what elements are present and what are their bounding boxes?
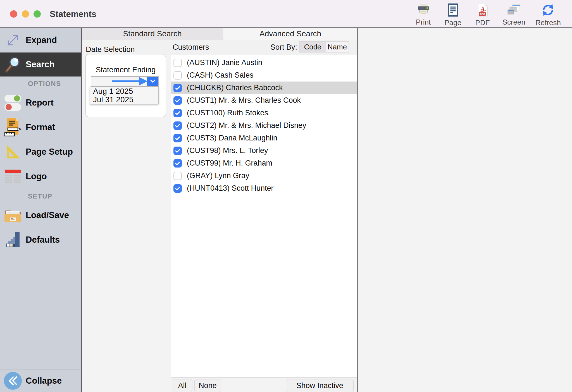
refresh-label: Refresh <box>535 18 561 27</box>
logo-icon <box>0 169 26 184</box>
customer-row[interactable]: (CUST3) Dana McLaughlin <box>171 132 357 144</box>
statement-ending-dropdown-menu: Aug 1 2025 Jul 31 2025 <box>90 87 159 104</box>
svg-text:PDF: PDF <box>479 13 485 16</box>
customer-label: (CUST99) Mr. H. Graham <box>187 159 272 168</box>
statement-ending-label: Statement Ending <box>86 66 166 74</box>
sort-by-label: Sort By: <box>270 43 297 52</box>
customer-row[interactable]: (CUST2) Mr. & Mrs. Michael Disney <box>171 119 357 132</box>
sidebar-item-label: Report <box>26 98 54 108</box>
main-content: Standard Search Advanced Search Date Sel… <box>82 28 572 392</box>
close-window-button[interactable] <box>10 10 17 18</box>
sidebar-item-label: Format <box>26 122 55 132</box>
customer-checkbox[interactable] <box>173 172 182 180</box>
customer-checkbox[interactable] <box>173 109 182 117</box>
pdf-icon: A PDF <box>477 3 488 17</box>
print-label: Print <box>416 18 431 27</box>
customer-row[interactable]: (AUSTIN) Janie Austin <box>171 56 357 69</box>
sidebar-item-collapse[interactable]: Collapse <box>0 369 81 392</box>
customer-label: (CUST98) Mrs. L. Torley <box>187 146 268 155</box>
customer-checkbox[interactable] <box>173 71 182 80</box>
customer-label: (CHUCKB) Charles Babcock <box>187 83 283 92</box>
customer-row[interactable]: (GRAY) Lynn Gray <box>171 169 357 182</box>
screen-icon <box>507 3 521 16</box>
customer-label: (CUST2) Mr. & Mrs. Michael Disney <box>187 121 306 130</box>
pdf-label: PDF <box>475 18 490 27</box>
sidebar-section-setup: SETUP <box>28 192 53 200</box>
customer-checkbox[interactable] <box>173 184 182 193</box>
format-icon <box>0 118 26 137</box>
dropdown-option[interactable]: Aug 1 2025 <box>90 87 158 95</box>
customer-checkbox[interactable] <box>173 159 182 168</box>
sort-buttons-divider <box>352 42 352 51</box>
sidebar-item-page-setup[interactable]: Page Setup <box>0 140 81 164</box>
sort-by-name-button[interactable]: Name <box>326 41 349 52</box>
sidebar-item-expand[interactable]: Expand <box>0 28 81 52</box>
sidebar-item-label: Collapse <box>26 376 62 386</box>
sidebar-item-label: Expand <box>26 35 57 45</box>
refresh-button[interactable]: Refresh <box>535 0 561 27</box>
customer-checkbox[interactable] <box>173 59 182 67</box>
sidebar-item-format[interactable]: Format <box>0 115 81 140</box>
titlebar: Statements Print <box>0 0 572 28</box>
show-inactive-button[interactable]: Show Inactive <box>286 379 354 392</box>
print-button[interactable]: Print <box>414 0 433 27</box>
customers-label: Customers <box>173 43 209 52</box>
folder-icon <box>0 207 26 224</box>
sidebar-item-report[interactable]: Report <box>0 90 81 115</box>
page-icon <box>447 3 459 17</box>
page-button[interactable]: Page <box>443 0 463 27</box>
search-panel: Standard Search Advanced Search Date Sel… <box>82 28 358 392</box>
customer-checkbox[interactable] <box>173 84 182 92</box>
customer-row[interactable]: (CASH) Cash Sales <box>171 69 357 82</box>
customer-row[interactable]: (CUST1) Mr. & Mrs. Charles Cook <box>171 94 357 107</box>
customer-label: (CASH) Cash Sales <box>187 71 254 80</box>
tab-advanced-search[interactable]: Advanced Search <box>223 28 357 40</box>
sidebar-item-search[interactable]: Search <box>0 52 81 77</box>
sidebar-item-label: Defaults <box>26 235 60 245</box>
customer-label: (CUST1) Mr. & Mrs. Charles Cook <box>187 96 301 105</box>
customer-list: (AUSTIN) Janie Austin(CASH) Cash Sales(C… <box>171 55 358 378</box>
chevron-down-icon <box>149 78 156 85</box>
statements-window: Statements Print <box>0 0 572 392</box>
screen-button[interactable]: Screen <box>502 0 525 27</box>
customer-label: (CUST3) Dana McLaughlin <box>187 134 277 142</box>
toolbar: Print Page <box>414 0 561 28</box>
customer-row[interactable]: (CHUCKB) Charles Babcock <box>171 82 357 94</box>
sidebar-item-logo[interactable]: Logo <box>0 164 81 189</box>
customer-label: (GRAY) Lynn Gray <box>187 171 249 180</box>
customer-label: (AUSTIN) Janie Austin <box>187 58 262 67</box>
select-all-button[interactable]: All <box>172 379 192 392</box>
minimize-window-button[interactable] <box>22 10 29 18</box>
panel-right-border <box>357 28 358 392</box>
report-toggles-icon <box>0 94 26 112</box>
sidebar-item-label: Search <box>26 59 54 70</box>
refresh-icon <box>541 3 555 17</box>
sidebar-item-load-save[interactable]: Load/Save <box>0 203 81 228</box>
customer-row[interactable]: (HUNT0413) Scott Hunter <box>171 182 357 195</box>
tabs-row: Standard Search Advanced Search <box>82 28 357 40</box>
zoom-window-button[interactable] <box>34 10 41 18</box>
customer-row[interactable]: (CUST99) Mr. H. Graham <box>171 157 357 169</box>
sidebar-item-label: Load/Save <box>26 210 69 220</box>
customer-checkbox[interactable] <box>173 96 182 105</box>
customer-checkbox[interactable] <box>173 121 182 130</box>
dropdown-option[interactable]: Jul 31 2025 <box>90 95 158 104</box>
customer-label: (HUNT0413) Scott Hunter <box>187 184 274 193</box>
customer-checkbox[interactable] <box>173 147 182 155</box>
factory-icon <box>0 231 26 248</box>
pdf-button[interactable]: A PDF PDF <box>473 0 492 27</box>
combobox-dropdown-button[interactable] <box>147 77 158 86</box>
select-none-button[interactable]: None <box>194 379 221 392</box>
sidebar-item-defaults[interactable]: Defaults <box>0 228 81 252</box>
customer-row[interactable]: (CUST98) Mrs. L. Torley <box>171 144 357 157</box>
sort-by-code-button[interactable]: Code <box>299 41 326 52</box>
customer-label: (CUST100) Ruth Stokes <box>187 109 268 117</box>
customer-row[interactable]: (CUST100) Ruth Stokes <box>171 107 357 119</box>
window-title: Statements <box>50 9 96 19</box>
expand-icon <box>0 32 26 48</box>
tab-standard-search[interactable]: Standard Search <box>82 28 223 40</box>
page-setup-icon <box>0 143 26 161</box>
date-selection-label: Date Selection <box>86 45 135 54</box>
annotation-arrow-icon <box>112 76 148 87</box>
customer-checkbox[interactable] <box>173 134 182 142</box>
